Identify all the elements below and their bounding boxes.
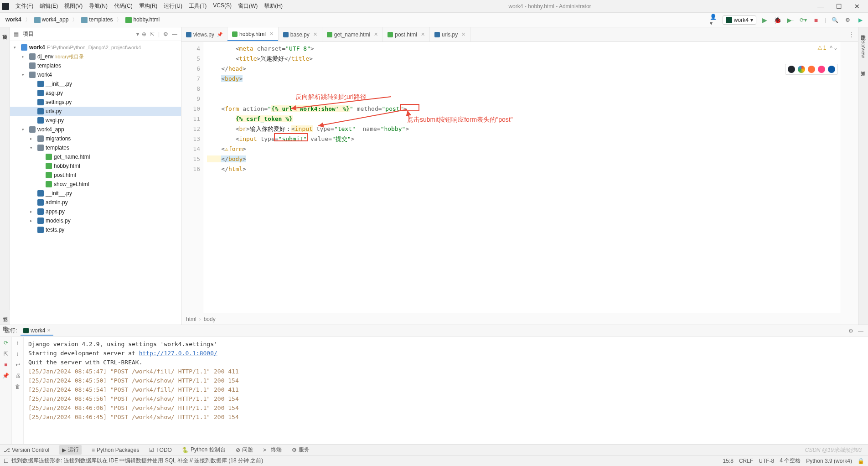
- breadcrumb-item[interactable]: body: [204, 316, 216, 322]
- menu-item[interactable]: VCS(S): [210, 1, 234, 11]
- menu-item[interactable]: 视图(V): [62, 1, 85, 11]
- tree-row[interactable]: post.html: [10, 171, 181, 180]
- pycharm-icon[interactable]: [788, 66, 795, 73]
- user-icon[interactable]: 👤▾: [710, 16, 718, 24]
- tree-row[interactable]: ▾templates: [10, 143, 181, 152]
- editor-tab[interactable]: urls.py✕: [430, 27, 470, 41]
- menu-item[interactable]: 导航(N): [86, 1, 110, 11]
- tree-row[interactable]: admin.py: [10, 198, 181, 207]
- pin-icon[interactable]: 📌: [2, 373, 9, 379]
- expand-icon[interactable]: ⇱: [150, 31, 155, 37]
- run-button[interactable]: ▶: [761, 16, 769, 24]
- tree-row[interactable]: ▸dj_envlibrary根目录: [10, 52, 181, 61]
- toolstrip-item[interactable]: ⎇Version Control: [4, 447, 49, 453]
- toolstrip-item[interactable]: ☑TODO: [149, 447, 171, 453]
- editor-tab[interactable]: get_name.html✕: [322, 27, 383, 41]
- editor-body[interactable]: 45678910111213141516 <meta charset="UTF-…: [181, 42, 858, 313]
- tool-window-toggle-icon[interactable]: ☐: [4, 458, 9, 464]
- close-icon[interactable]: ✕: [313, 31, 317, 37]
- breadcrumb-item[interactable]: work4: [4, 16, 23, 24]
- tree-row[interactable]: ▸apps.py: [10, 207, 181, 216]
- run-tab[interactable]: work4 ✕: [21, 326, 53, 336]
- open-in-browser[interactable]: [785, 64, 838, 75]
- scroll-down-icon[interactable]: ↓: [16, 351, 19, 357]
- tree-row[interactable]: tests.py: [10, 225, 181, 234]
- tree-row[interactable]: urls.py: [10, 107, 181, 116]
- close-icon[interactable]: ✕: [374, 31, 378, 37]
- editor-tab[interactable]: views.py📌: [181, 27, 227, 41]
- print-icon[interactable]: 🖨: [15, 373, 21, 379]
- status-item[interactable]: 4 个空格: [780, 457, 801, 465]
- modify-run-button[interactable]: ⇱: [4, 351, 8, 357]
- search-icon[interactable]: 🔍: [831, 16, 839, 24]
- project-tree[interactable]: ▾work4E:\Python\Python_Django\2_project\…: [10, 41, 181, 325]
- debug-button[interactable]: 🐞: [774, 16, 782, 24]
- status-item[interactable]: 15:8: [723, 458, 734, 464]
- profile-button[interactable]: ⟳▾: [799, 16, 807, 24]
- status-item[interactable]: Python 3.9 (work4): [806, 458, 852, 464]
- close-icon[interactable]: ✕: [461, 31, 465, 37]
- tree-row[interactable]: __init__.py: [10, 189, 181, 198]
- chrome-icon[interactable]: [798, 66, 805, 73]
- status-item[interactable]: UTF-8: [759, 458, 774, 464]
- close-icon[interactable]: ✕: [269, 31, 274, 37]
- rerun-button[interactable]: ⟳: [4, 340, 8, 346]
- lock-icon[interactable]: 🔒: [858, 458, 864, 464]
- code-area[interactable]: <meta charset="UTF-8"> <title>兴趣爱好</titl…: [203, 42, 840, 313]
- scrollbar-marker-area[interactable]: [841, 42, 858, 313]
- sciview-tab[interactable]: SciView: [861, 40, 866, 58]
- firefox-icon[interactable]: [808, 66, 815, 73]
- editor-tab[interactable]: base.py✕: [279, 27, 322, 41]
- settings-icon[interactable]: ⚙: [843, 16, 852, 24]
- toolstrip-item[interactable]: ⊘问题: [236, 446, 253, 454]
- hide-icon[interactable]: —: [172, 31, 177, 37]
- tree-row[interactable]: asgi.py: [10, 88, 181, 98]
- status-item[interactable]: CRLF: [739, 458, 753, 464]
- close-icon[interactable]: ✕: [47, 328, 51, 333]
- tree-row[interactable]: ▾work4_app: [10, 125, 181, 134]
- maximize-button[interactable]: ☐: [832, 3, 845, 10]
- locate-icon[interactable]: ⊕: [142, 31, 146, 37]
- hide-icon[interactable]: —: [858, 328, 863, 334]
- coverage-button[interactable]: ▶·: [786, 16, 795, 24]
- toolstrip-item[interactable]: ≡Python Packages: [92, 447, 139, 453]
- toolstrip-item[interactable]: 🐍Python 控制台: [182, 446, 226, 454]
- tree-row[interactable]: __init__.py: [10, 79, 181, 88]
- breadcrumb-item[interactable]: html: [186, 316, 196, 322]
- toolstrip-item[interactable]: ⚙服务: [292, 446, 310, 454]
- chevron-down-icon[interactable]: ▾: [136, 31, 139, 37]
- menu-item[interactable]: 重构(R): [136, 1, 160, 11]
- breadcrumb-item[interactable]: work4_app: [32, 16, 71, 24]
- breadcrumb-item[interactable]: hobby.html: [124, 16, 161, 24]
- safari-icon[interactable]: [818, 66, 825, 73]
- gear-icon[interactable]: ⚙: [163, 31, 168, 37]
- tree-row[interactable]: hobby.html: [10, 161, 181, 171]
- tree-row[interactable]: ▸models.py: [10, 216, 181, 225]
- console-output[interactable]: Django version 4.2.9, using settings 'wo…: [24, 337, 868, 444]
- status-message[interactable]: 找到数据库连接形参: 连接到数据库以在 IDE 中编辑数据并使用 SQL 补全 …: [11, 457, 263, 465]
- editor-breadcrumb[interactable]: html › body: [181, 313, 858, 325]
- clear-icon[interactable]: 🗑: [15, 383, 21, 390]
- toolstrip-item[interactable]: >_终端: [263, 446, 282, 454]
- toolstrip-item[interactable]: ▶运行: [59, 445, 82, 455]
- tree-row[interactable]: wsgi.py: [10, 116, 181, 125]
- tree-row[interactable]: templates: [10, 61, 181, 70]
- tree-row[interactable]: show_get.html: [10, 180, 181, 189]
- close-button[interactable]: ✕: [851, 3, 863, 10]
- menu-item[interactable]: 运行(U): [161, 1, 185, 11]
- menu-item[interactable]: 文件(F): [13, 1, 36, 11]
- inspection-widget[interactable]: ⚠ 1 ^ ⌄: [817, 45, 838, 51]
- gear-icon[interactable]: ⚙: [848, 328, 853, 334]
- menu-item[interactable]: 编辑(E): [37, 1, 61, 11]
- tree-row[interactable]: ▾work4: [10, 70, 181, 79]
- soft-wrap-icon[interactable]: ↩: [16, 362, 20, 368]
- menu-item[interactable]: 窗口(W): [235, 1, 260, 11]
- edge-icon[interactable]: [828, 66, 835, 73]
- run-config-selector[interactable]: work4 ▾: [723, 16, 756, 25]
- stop-button[interactable]: ■: [812, 16, 820, 24]
- tree-row[interactable]: settings.py: [10, 98, 181, 107]
- close-icon[interactable]: ✕: [421, 31, 425, 37]
- console-link[interactable]: http://127.0.0.1:8000/: [139, 350, 217, 357]
- tab-menu-icon[interactable]: ⋮: [845, 27, 858, 41]
- tree-row[interactable]: ▾work4E:\Python\Python_Django\2_project\…: [10, 43, 181, 52]
